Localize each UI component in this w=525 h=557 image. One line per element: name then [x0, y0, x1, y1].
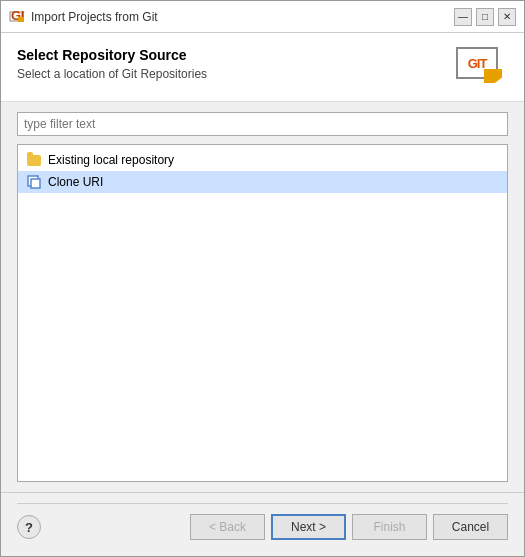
title-bar-left: GIT Import Projects from Git: [9, 9, 158, 25]
footer-separator: [17, 503, 508, 504]
back-button[interactable]: < Back: [190, 514, 265, 540]
repository-list: Existing local repository Clone URI: [17, 144, 508, 482]
dialog-window: GIT Import Projects from Git — □ ✕ Selec…: [0, 0, 525, 557]
help-button[interactable]: ?: [17, 515, 41, 539]
title-text: Import Projects from Git: [31, 10, 158, 24]
svg-rect-4: [31, 179, 40, 188]
svg-rect-2: [18, 17, 24, 22]
clone-icon: [26, 174, 42, 190]
git-logo-text: GIT: [468, 56, 487, 71]
item-label-existing: Existing local repository: [48, 153, 174, 167]
header-title: Select Repository Source: [17, 47, 207, 63]
finish-button[interactable]: Finish: [352, 514, 427, 540]
list-item[interactable]: Existing local repository: [18, 149, 507, 171]
footer-buttons: ? < Back Next > Finish Cancel: [17, 514, 508, 540]
maximize-button[interactable]: □: [476, 8, 494, 26]
next-button[interactable]: Next >: [271, 514, 346, 540]
footer: ? < Back Next > Finish Cancel: [1, 492, 524, 556]
title-git-icon: GIT: [9, 9, 25, 25]
filter-input[interactable]: [17, 112, 508, 136]
footer-left: ?: [17, 515, 41, 539]
git-logo: GIT: [456, 47, 508, 89]
header-text: Select Repository Source Select a locati…: [17, 47, 207, 81]
cancel-button[interactable]: Cancel: [433, 514, 508, 540]
title-bar-controls: — □ ✕: [454, 8, 516, 26]
title-bar: GIT Import Projects from Git — □ ✕: [1, 1, 524, 33]
folder-icon: [26, 152, 42, 168]
close-button[interactable]: ✕: [498, 8, 516, 26]
header-subtitle: Select a location of Git Repositories: [17, 67, 207, 81]
minimize-button[interactable]: —: [454, 8, 472, 26]
git-logo-arrow: [484, 69, 502, 83]
git-logo-box: GIT: [456, 47, 498, 79]
item-label-clone: Clone URI: [48, 175, 103, 189]
content-area: Existing local repository Clone URI: [1, 102, 524, 492]
list-item[interactable]: Clone URI: [18, 171, 507, 193]
header-section: Select Repository Source Select a locati…: [1, 33, 524, 102]
